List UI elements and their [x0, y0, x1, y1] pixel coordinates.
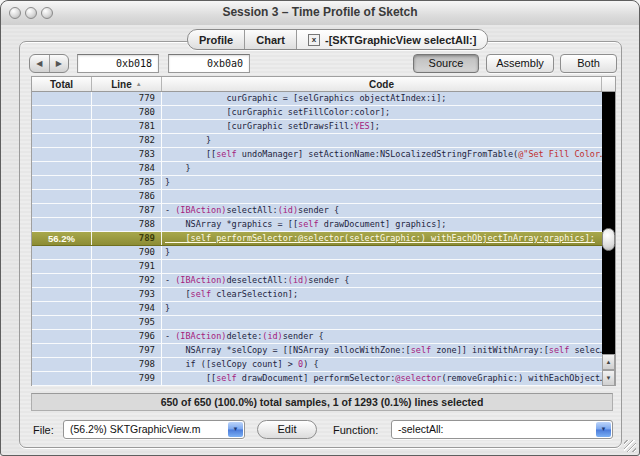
file-popup[interactable]: (56.2%) SKTGraphicView.m ▼ [63, 420, 245, 439]
total-percent-cell [32, 218, 92, 231]
line-number-cell: 780 [92, 106, 162, 119]
code-cell: [curGraphic setFillColor:color]; [162, 106, 602, 119]
tab-code-browser[interactable]: x -[SKTGraphicView selectAll:] [297, 30, 487, 49]
tab-chart-label: Chart [256, 34, 285, 46]
window-titlebar[interactable]: Session 3 – Time Profile of Sketch [1, 1, 639, 25]
total-percent-cell [32, 190, 92, 203]
total-percent-cell [32, 260, 92, 273]
column-header-total[interactable]: Total [32, 77, 92, 91]
table-header: Total Line ▲ Code [32, 77, 615, 92]
scroll-down-button[interactable]: ▼ [602, 370, 615, 386]
column-header-line[interactable]: Line ▲ [92, 77, 162, 91]
table-row[interactable]: 787- (IBAction)selectAll:(id)sender { [32, 204, 602, 218]
function-label: Function: [333, 424, 378, 436]
line-number-cell: 787 [92, 204, 162, 217]
code-cell: NSArray *selCopy = [[NSArray allocWithZo… [162, 344, 602, 357]
tab-code-browser-label: -[SKTGraphicView selectAll:] [325, 34, 476, 46]
line-number-cell: 799 [92, 372, 162, 385]
window-title: Session 3 – Time Profile of Sketch [1, 5, 639, 19]
table-body: 779 curGraphic = [selGraphics objectAtIn… [32, 92, 602, 386]
tab-profile-label: Profile [199, 34, 233, 46]
table-row[interactable]: 56.2%789 [self performSelector:@selector… [32, 232, 602, 246]
line-number-cell: 779 [92, 92, 162, 105]
table-row[interactable]: 793 [self clearSelection]; [32, 288, 602, 302]
total-percent-cell [32, 330, 92, 343]
code-cell: [self performSelector:@selector(selectGr… [162, 232, 602, 245]
tab-chart[interactable]: Chart [245, 30, 297, 49]
line-number-cell: 791 [92, 260, 162, 273]
code-cell: [[self drawDocument] performSelector:@se… [162, 372, 602, 385]
assembly-view-button[interactable]: Assembly [486, 54, 554, 73]
table-row[interactable]: 792- (IBAction)deselectAll:(id)sender { [32, 274, 602, 288]
table-row[interactable]: 781 [curGraphic setDrawsFill:YES]; [32, 120, 602, 134]
table-row[interactable]: 779 curGraphic = [selGraphics objectAtIn… [32, 92, 602, 106]
table-row[interactable]: 785} [32, 176, 602, 190]
line-number-cell: 786 [92, 190, 162, 203]
column-header-code[interactable]: Code [162, 77, 602, 91]
function-popup-value: -selectAll: [398, 423, 444, 435]
line-number-cell: 798 [92, 358, 162, 371]
total-percent-cell [32, 204, 92, 217]
total-percent-cell [32, 176, 92, 189]
table-row[interactable]: 790} [32, 246, 602, 260]
table-row[interactable]: 798 if ([selCopy count] > 0) { [32, 358, 602, 372]
tab-profile[interactable]: Profile [188, 30, 245, 49]
file-popup-value: (56.2%) SKTGraphicView.m [70, 423, 201, 435]
table-row[interactable]: 795 [32, 316, 602, 330]
edit-button[interactable]: Edit [257, 420, 317, 439]
table-row[interactable]: 797 NSArray *selCopy = [[NSArray allocWi… [32, 344, 602, 358]
table-row[interactable]: 794} [32, 302, 602, 316]
total-percent-cell [32, 162, 92, 175]
total-percent-cell [32, 358, 92, 371]
line-number-cell: 781 [92, 120, 162, 133]
function-popup-dropdown-icon[interactable]: ▼ [596, 422, 611, 437]
code-cell: - (IBAction)delete:(id)sender { [162, 330, 602, 343]
code-cell: } [162, 302, 602, 315]
function-popup[interactable]: -selectAll: ▼ [391, 420, 613, 439]
code-cell [162, 316, 602, 329]
sort-ascending-icon: ▲ [136, 81, 142, 87]
table-row[interactable]: 791 [32, 260, 602, 274]
total-percent-cell [32, 120, 92, 133]
code-cell [162, 190, 602, 203]
table-row[interactable]: 788 NSArray *graphics = [[self drawDocum… [32, 218, 602, 232]
code-cell: [curGraphic setDrawsFill:YES]; [162, 120, 602, 133]
line-number-cell: 788 [92, 218, 162, 231]
table-row[interactable]: 783 [[self undoManager] setActionName:NS… [32, 148, 602, 162]
line-number-cell: 794 [92, 302, 162, 315]
table-row[interactable]: 799 [[self drawDocument] performSelector… [32, 372, 602, 386]
code-cell: [self clearSelection]; [162, 288, 602, 301]
forward-button[interactable]: ▶ [50, 55, 69, 72]
address-field-start[interactable]: 0xb018 [77, 54, 159, 73]
vertical-scrollbar-thumb[interactable] [602, 228, 615, 251]
file-label: File: [33, 424, 54, 436]
line-number-cell: 792 [92, 274, 162, 287]
back-arrow-icon: ◀ [36, 59, 42, 68]
address-field-end[interactable]: 0xb0a0 [168, 54, 250, 73]
tab-close-icon[interactable]: x [308, 34, 320, 46]
table-row[interactable]: 786 [32, 190, 602, 204]
table-row[interactable]: 796- (IBAction)delete:(id)sender { [32, 330, 602, 344]
back-button[interactable]: ◀ [30, 55, 50, 72]
line-number-cell: 783 [92, 148, 162, 161]
table-row[interactable]: 782 } [32, 134, 602, 148]
code-cell: } [162, 176, 602, 189]
resize-grip[interactable] [624, 440, 636, 452]
app-window: Session 3 – Time Profile of Sketch Profi… [0, 0, 640, 456]
scroll-up-button[interactable]: ▲ [602, 354, 615, 370]
table-row[interactable]: 780 [curGraphic setFillColor:color]; [32, 106, 602, 120]
source-view-button[interactable]: Source [413, 54, 479, 73]
table-row[interactable]: 784 } [32, 162, 602, 176]
header-scrollbar-corner [602, 77, 615, 91]
code-table: Total Line ▲ Code 779 curGraphic = [selG… [31, 76, 616, 386]
code-cell: - (IBAction)selectAll:(id)sender { [162, 204, 602, 217]
total-percent-cell [32, 344, 92, 357]
history-nav-segmented-control: ◀ ▶ [29, 54, 69, 73]
file-popup-dropdown-icon[interactable]: ▼ [228, 422, 243, 437]
scroll-down-icon: ▼ [606, 375, 612, 381]
line-number-cell: 795 [92, 316, 162, 329]
scroll-up-icon: ▲ [606, 359, 612, 365]
both-view-button[interactable]: Both [560, 54, 617, 73]
code-cell: } [162, 134, 602, 147]
vertical-scrollbar-track[interactable] [602, 92, 615, 354]
